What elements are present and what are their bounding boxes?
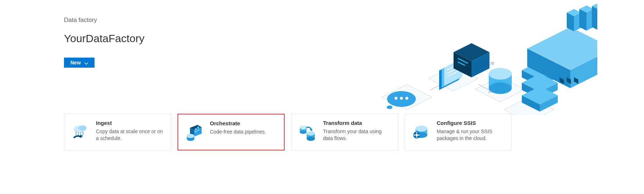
- ssis-icon: [410, 121, 432, 143]
- svg-point-12: [395, 97, 397, 100]
- card-title: Ingest: [96, 120, 166, 126]
- svg-rect-44: [574, 77, 578, 84]
- svg-marker-21: [454, 43, 489, 61]
- new-button[interactable]: New: [64, 58, 95, 68]
- svg-marker-35: [540, 83, 558, 99]
- svg-point-74: [300, 130, 307, 134]
- svg-marker-0: [382, 85, 432, 110]
- svg-point-10: [387, 91, 416, 107]
- card-text: Ingest Copy data at scale once or on a s…: [96, 120, 166, 142]
- svg-marker-17: [444, 58, 463, 86]
- svg-line-24: [458, 58, 468, 63]
- svg-marker-36: [522, 86, 558, 104]
- orchestrate-icon: [183, 122, 205, 143]
- svg-marker-1: [428, 66, 479, 91]
- svg-marker-39: [527, 27, 597, 70]
- data-factory-home: Data factory YourDataFactory New: [0, 0, 644, 194]
- page-title: YourDataFactory: [64, 32, 144, 45]
- svg-marker-52: [592, 6, 597, 31]
- chevron-down-icon: [84, 61, 88, 64]
- svg-marker-23: [472, 52, 489, 77]
- svg-point-26: [489, 68, 512, 80]
- card-text: Orchestrate Code-free data pipelines.: [210, 120, 266, 135]
- svg-line-6: [475, 63, 493, 72]
- svg-marker-32: [540, 70, 558, 86]
- cards-row: Ingest Copy data at scale once or on a s…: [64, 114, 512, 150]
- svg-rect-43: [567, 77, 571, 84]
- svg-marker-37: [522, 95, 540, 112]
- svg-line-4: [430, 81, 448, 90]
- svg-rect-88: [416, 136, 417, 138]
- svg-point-80: [307, 131, 315, 135]
- svg-point-75: [300, 126, 307, 129]
- card-orchestrate[interactable]: Orchestrate Code-free data pipelines.: [178, 114, 285, 150]
- card-description: Code-free data pipelines.: [210, 128, 266, 135]
- svg-marker-49: [579, 9, 586, 31]
- card-text: Transform data Transform your data using…: [323, 120, 393, 142]
- card-title: Orchestrate: [210, 120, 266, 126]
- svg-marker-47: [574, 13, 581, 31]
- svg-point-79: [307, 137, 315, 141]
- card-description: Transform your data using data flows.: [323, 128, 393, 142]
- svg-marker-30: [522, 61, 558, 79]
- card-description: Copy data at scale once or on a schedule…: [96, 128, 166, 142]
- svg-marker-33: [522, 74, 558, 92]
- svg-marker-31: [522, 70, 540, 86]
- svg-marker-22: [454, 52, 472, 77]
- header: Data factory YourDataFactory New: [64, 17, 144, 68]
- svg-line-19: [447, 67, 459, 73]
- svg-marker-46: [567, 13, 574, 31]
- svg-marker-38: [540, 95, 558, 112]
- svg-marker-16: [442, 59, 461, 88]
- card-text: Configure SSIS Manage & run your SSIS pa…: [437, 120, 506, 142]
- card-ssis[interactable]: Configure SSIS Manage & run your SSIS pa…: [405, 114, 512, 150]
- svg-marker-45: [567, 9, 581, 16]
- svg-rect-87: [416, 132, 417, 134]
- transform-icon: [296, 121, 318, 143]
- svg-marker-3: [504, 97, 554, 115]
- card-title: Configure SSIS: [437, 120, 506, 126]
- svg-marker-15: [439, 60, 459, 90]
- breadcrumb: Data factory: [64, 17, 144, 24]
- svg-point-71: [187, 134, 194, 138]
- svg-point-14: [405, 97, 408, 100]
- card-description: Manage & run your SSIS packages in the c…: [437, 128, 506, 142]
- svg-rect-27: [489, 74, 512, 88]
- svg-point-84: [415, 126, 427, 131]
- svg-marker-2: [475, 77, 525, 102]
- svg-marker-40: [527, 49, 570, 88]
- svg-marker-41: [570, 49, 597, 88]
- card-title: Transform data: [323, 120, 393, 126]
- svg-marker-51: [592, 3, 597, 10]
- svg-line-8: [479, 85, 491, 91]
- svg-marker-7: [491, 62, 494, 65]
- svg-marker-5: [446, 80, 449, 83]
- ingest-icon: [69, 121, 91, 143]
- svg-point-13: [400, 97, 403, 100]
- hero-illustration: [367, 0, 597, 115]
- card-ingest[interactable]: Ingest Copy data at scale once or on a s…: [64, 114, 171, 150]
- svg-point-86: [415, 134, 418, 136]
- svg-line-25: [458, 62, 465, 66]
- svg-marker-50: [586, 9, 594, 31]
- svg-marker-34: [522, 83, 540, 99]
- new-button-label: New: [70, 60, 81, 66]
- svg-line-18: [447, 64, 459, 70]
- card-transform[interactable]: Transform data Transform your data using…: [291, 114, 398, 150]
- svg-marker-9: [489, 89, 492, 93]
- svg-marker-48: [579, 5, 594, 13]
- svg-point-55: [78, 125, 87, 131]
- svg-point-28: [489, 82, 512, 94]
- svg-point-11: [387, 105, 392, 109]
- svg-line-20: [447, 71, 459, 77]
- svg-point-29: [489, 68, 512, 80]
- svg-rect-42: [560, 77, 564, 84]
